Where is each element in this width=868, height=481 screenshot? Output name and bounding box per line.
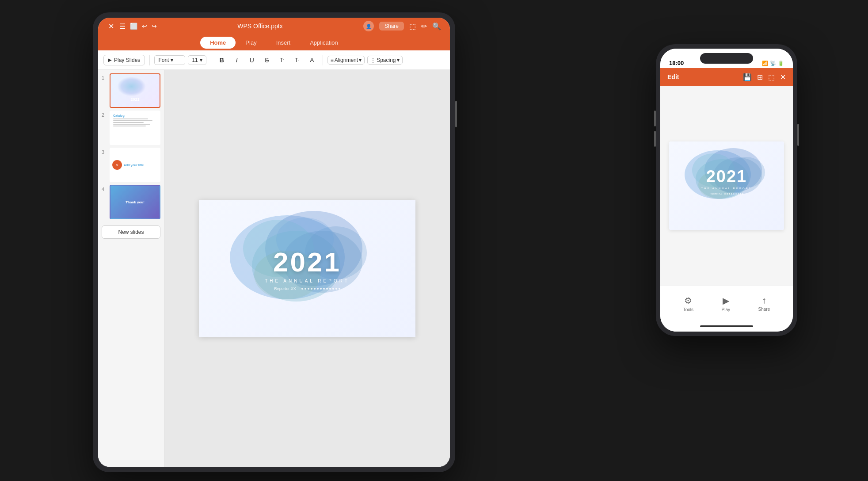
list-item[interactable]: 2 Catalog (102, 111, 160, 145)
slide-number: 2 (102, 112, 107, 118)
slide-number: 3 (102, 149, 107, 155)
search-icon[interactable]: 🔍 (432, 22, 441, 31)
home-bar (700, 325, 753, 327)
superscript-button[interactable]: T² (276, 54, 288, 66)
avatar-icon: 👤 (363, 21, 374, 31)
tab-insert[interactable]: Insert (266, 37, 301, 49)
slide-thumbnail-1[interactable]: 2021 (110, 73, 160, 108)
slide-subtitle: THE ANNUAL REPORT (199, 279, 415, 283)
alignment-selector[interactable]: ≡ Alignment ▾ (327, 56, 365, 65)
phone-volume-up-button (654, 111, 656, 126)
chevron-down-icon: ▾ (397, 57, 400, 63)
new-slides-button[interactable]: New slides (102, 225, 160, 239)
strikethrough-button[interactable]: S (261, 54, 273, 66)
tools-button[interactable]: ⚙ Tools (683, 295, 693, 312)
slide-thumbnail-4[interactable]: Thank you! (110, 185, 160, 219)
tablet-statusbar: ✕ ☰ ⬜ ↩ ↪ WPS Office.pptx 👤 Share ⬚ ✏ 🔍 (98, 18, 450, 34)
scene: ✕ ☰ ⬜ ↩ ↪ WPS Office.pptx 👤 Share ⬚ ✏ 🔍 … (0, 0, 868, 481)
font-size-label: 11 (192, 57, 198, 63)
slide-number: 1 (102, 75, 107, 80)
catalog-title: Catalog (113, 114, 157, 117)
play-icon: ▶ (723, 295, 729, 306)
tools-icon: ⚙ (684, 295, 692, 306)
slide-4-text: Thank you! (126, 200, 145, 204)
phone-header: Edit 💾 ⊞ ⬚ ✕ (660, 68, 793, 86)
font-label: Font (158, 57, 169, 63)
phone-year-title: 2021 (669, 167, 784, 186)
share-icon: ↑ (762, 295, 766, 305)
phone-bottombar: ⚙ Tools ▶ Play ↑ Share (660, 286, 793, 321)
view-icon[interactable]: ⬚ (409, 22, 416, 31)
close-icon[interactable]: ✕ (780, 73, 786, 81)
tab-application[interactable]: Application (300, 37, 348, 49)
phone-content: 2021 THE ANNUAL REPORT Reporter:XX (660, 86, 793, 286)
phone-power-button (797, 124, 799, 146)
chevron-down-icon: ▾ (200, 57, 202, 63)
slide-3-circle: 0. (112, 160, 122, 170)
spacing-icon: ⋮ (370, 57, 376, 63)
share-label: Share (758, 307, 770, 312)
phone-slide[interactable]: 2021 THE ANNUAL REPORT Reporter:XX (669, 141, 784, 230)
chevron-down-icon: ▾ (359, 57, 362, 63)
pen-icon[interactable]: ✏ (421, 22, 427, 31)
list-item[interactable]: 1 2021 (102, 73, 160, 108)
close-icon[interactable]: ✕ (107, 22, 115, 30)
font-selector[interactable]: Font ▾ (154, 55, 185, 65)
slide-thumbnail-3[interactable]: 0. Add your title (110, 148, 160, 182)
phone-status-icons: 📶 📡 🔋 (762, 61, 784, 66)
chevron-down-icon: ▾ (171, 57, 173, 63)
alignment-label: Alignment (335, 57, 358, 63)
redo-icon[interactable]: ↪ (152, 23, 157, 30)
tab-home[interactable]: Home (200, 37, 236, 49)
play-icon: ▶ (108, 57, 112, 62)
slide-year-title: 2021 (199, 246, 415, 278)
slide-thumbnail-2[interactable]: Catalog (110, 111, 160, 145)
font-color-button[interactable]: A (306, 54, 318, 66)
play-slides-button[interactable]: ▶ Play Slides (103, 55, 145, 65)
phone-subtitle: THE ANNUAL REPORT (669, 187, 784, 190)
doc-icon[interactable]: ⬜ (130, 23, 137, 30)
slide-3-text: Add your title (124, 164, 144, 167)
toolbar-divider-2 (211, 55, 211, 65)
toolbar-divider-1 (149, 55, 150, 65)
bold-button[interactable]: B (216, 54, 228, 66)
play-slides-label: Play Slides (114, 57, 140, 63)
phone-reporter: Reporter:XX (669, 192, 784, 195)
underline-button[interactable]: U (246, 54, 258, 66)
slide-1-year: 2021 (110, 97, 160, 102)
slide-panel: 1 2021 2 Catalog (98, 70, 164, 467)
list-item[interactable]: 3 0. Add your title (102, 148, 160, 182)
save-icon[interactable]: 💾 (743, 73, 752, 81)
share-button[interactable]: ↑ Share (758, 295, 770, 312)
main-slide[interactable]: 2021 THE ANNUAL REPORT Reporter:XX (199, 200, 415, 337)
slide-reporter: Reporter:XX (199, 286, 415, 291)
main-slide-area: 2021 THE ANNUAL REPORT Reporter:XX (164, 70, 450, 467)
undo-icon[interactable]: ↩ (142, 23, 147, 30)
phone-home-indicator (660, 321, 793, 332)
spacing-label: Spacing (377, 57, 396, 63)
tools-label: Tools (683, 307, 693, 312)
font-size-selector[interactable]: 11 ▾ (188, 55, 206, 65)
phone-volume-down-button (654, 131, 656, 147)
phone-notch (700, 53, 753, 64)
hamburger-icon[interactable]: ☰ (119, 22, 126, 31)
tablet-volume-button (455, 101, 457, 127)
tablet-content: 1 2021 2 Catalog (98, 70, 450, 467)
slide-number: 4 (102, 187, 107, 192)
alignment-icon: ≡ (331, 57, 334, 63)
list-item[interactable]: 4 Thank you! (102, 185, 160, 219)
phone-header-icons: 💾 ⊞ ⬚ ✕ (743, 73, 786, 81)
edit-button[interactable]: Edit (667, 73, 679, 80)
grid-icon[interactable]: ⊞ (757, 73, 763, 81)
play-button[interactable]: ▶ Play (722, 295, 730, 312)
phone: 18:00 📶 📡 🔋 Edit 💾 ⊞ ⬚ ✕ (656, 44, 797, 336)
tablet-navbar: Home Play Insert Application (98, 34, 450, 50)
italic-button[interactable]: I (231, 54, 243, 66)
subscript-button[interactable]: T. (291, 54, 303, 66)
spacing-selector[interactable]: ⋮ Spacing ▾ (367, 56, 402, 65)
toolbar-divider-3 (323, 55, 323, 65)
share-button[interactable]: Share (379, 22, 404, 31)
tablet-toolbar: ▶ Play Slides Font ▾ 11 ▾ B I U S T² T. (98, 50, 450, 70)
tab-play[interactable]: Play (236, 37, 266, 49)
expand-icon[interactable]: ⬚ (768, 73, 775, 81)
